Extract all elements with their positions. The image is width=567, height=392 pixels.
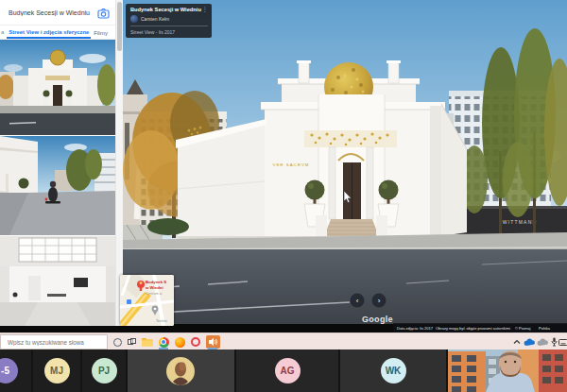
photo-author[interactable]: Carsten Kelm bbox=[141, 16, 169, 22]
nav-arrow-left-glyph[interactable]: ‹ bbox=[356, 297, 359, 305]
attribution-country[interactable]: Polska bbox=[539, 326, 551, 331]
photo-thumbnail-secession-front[interactable] bbox=[0, 40, 115, 135]
onedrive-cloud-icon[interactable] bbox=[524, 336, 535, 348]
attribution-rights: Obrazy mogą być objęte prawami autorskim… bbox=[436, 326, 510, 331]
participant-tile-mj[interactable]: MJ bbox=[33, 349, 80, 392]
minimap-street-label: Techni bbox=[156, 318, 167, 323]
task-view-icon[interactable] bbox=[127, 336, 138, 348]
google-watermark: Google bbox=[362, 315, 393, 324]
minimap-sublabel: Centrum w bbox=[146, 292, 162, 296]
gold-foliage-frieze bbox=[304, 130, 397, 147]
tab-street-view[interactable]: Street View i zdjęcia sferyczne bbox=[7, 26, 91, 39]
maps-search-input[interactable] bbox=[0, 0, 94, 25]
opera-icon[interactable] bbox=[190, 336, 201, 348]
participant-tile-video[interactable] bbox=[448, 349, 567, 392]
camera-lens-icon[interactable] bbox=[97, 7, 110, 19]
author-avatar bbox=[130, 15, 138, 23]
minimap-place-label-1: Budynek S bbox=[146, 280, 166, 284]
card-divider bbox=[130, 26, 208, 26]
participant-initials: PJ bbox=[92, 358, 117, 383]
more-options-icon[interactable]: ⋮ bbox=[202, 7, 209, 12]
participant-tile-ag[interactable]: AG bbox=[236, 349, 338, 392]
windows-taskbar bbox=[0, 332, 567, 349]
scrollbar-thumb[interactable] bbox=[117, 2, 122, 51]
photo-source-date: Street View - lis 2017 bbox=[130, 29, 208, 35]
road bbox=[123, 249, 567, 324]
participant-tile-photo[interactable] bbox=[128, 349, 234, 392]
keyboard-icon[interactable] bbox=[558, 336, 567, 348]
photo-thumbnail-street-side[interactable] bbox=[0, 136, 115, 235]
photo-info-card: Budynek Secesji w Wiedniu ⋮ Carsten Kelm… bbox=[126, 4, 212, 38]
video-call-strip: -5 MJ PJ AG WK bbox=[0, 349, 567, 392]
shared-screen: a Street View i zdjęcia sferyczne Filmy bbox=[0, 0, 567, 392]
nav-arrow-right-glyph[interactable]: › bbox=[378, 297, 381, 305]
ver-sacrum-text: VER SACRVM bbox=[273, 162, 310, 167]
mouse-cursor bbox=[343, 191, 352, 204]
participant-tile-pj[interactable]: PJ bbox=[82, 349, 126, 392]
photos-tabs: a Street View i zdjęcia sferyczne Filmy bbox=[0, 26, 115, 40]
participant-initials: AG bbox=[275, 358, 301, 383]
participant-initials: MJ bbox=[44, 358, 70, 383]
cloud-icon[interactable] bbox=[537, 336, 548, 348]
attribution-date: Data zdjęcia: lis 2017 bbox=[397, 326, 434, 331]
cortana-icon[interactable] bbox=[112, 336, 123, 348]
tray-chevron-up-icon[interactable] bbox=[511, 336, 523, 348]
tab-fragment[interactable]: a bbox=[0, 29, 7, 35]
transit-station-marker bbox=[127, 299, 131, 304]
firefox-icon[interactable] bbox=[174, 336, 185, 348]
attribution-provider[interactable]: © Poznaj bbox=[515, 326, 530, 331]
participant-tile-wk[interactable]: WK bbox=[340, 349, 446, 392]
photo-card-title: Budynek Secesji w Wiedniu bbox=[130, 7, 202, 13]
mini-map[interactable]: Budynek S w Wiedni Centrum w Techni bbox=[120, 275, 174, 326]
participant-tile-phone[interactable]: -5 bbox=[0, 349, 31, 392]
participant-photo-avatar bbox=[166, 357, 195, 385]
participant-initials: WK bbox=[381, 358, 406, 383]
minimap-place-label-2: w Wiedni bbox=[146, 285, 163, 290]
file-explorer-icon[interactable] bbox=[142, 336, 153, 348]
participant-initials: -5 bbox=[0, 358, 18, 383]
taskbar-search-input[interactable] bbox=[0, 334, 108, 349]
wittmann-sign-text: WITTMANN bbox=[503, 219, 538, 225]
attribution-bar: Data zdjęcia: lis 2017 Obrazy mogą być o… bbox=[393, 323, 567, 332]
participant-video-feed bbox=[448, 349, 567, 392]
tab-videos[interactable]: Filmy bbox=[94, 29, 115, 36]
google-maps-photos-panel: a Street View i zdjęcia sferyczne Filmy bbox=[0, 0, 115, 326]
street-view-viewport[interactable]: WITTMANN bbox=[123, 0, 567, 332]
maps-search-row bbox=[0, 0, 115, 26]
photo-thumbnail-interior[interactable] bbox=[0, 236, 115, 326]
speaker-app-icon[interactable] bbox=[206, 335, 220, 349]
chrome-icon[interactable] bbox=[158, 336, 169, 348]
